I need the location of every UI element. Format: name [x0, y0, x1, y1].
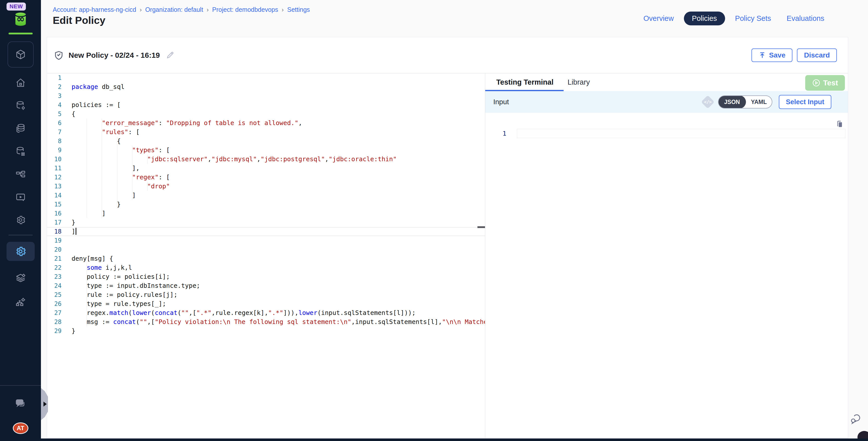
line-number[interactable]: 3: [47, 91, 62, 100]
line-number[interactable]: 5: [47, 109, 62, 119]
line-number[interactable]: 27: [47, 308, 62, 317]
code-line[interactable]: 28 msg := concat("",["Policy violation:\…: [47, 317, 485, 326]
code-line[interactable]: 8 {: [47, 137, 485, 146]
code-line[interactable]: 23 policy := policies[i];: [47, 272, 485, 281]
breadcrumb-organization[interactable]: Organization: default: [145, 6, 203, 13]
code-line[interactable]: 3: [47, 91, 485, 100]
code-line[interactable]: 26 type = rule.types[_];: [47, 300, 485, 308]
select-input-button[interactable]: Select Input: [779, 95, 831, 109]
line-content: some i,j,k,l: [71, 263, 485, 272]
breadcrumb-project[interactable]: Project: demodbdevops: [212, 6, 278, 13]
code-line[interactable]: 11 ],: [47, 164, 485, 173]
harness-dbdevops-logo[interactable]: ∞: [12, 11, 29, 27]
line-number[interactable]: 29: [47, 326, 62, 336]
line-number[interactable]: 25: [47, 290, 62, 300]
tab-evaluations[interactable]: Evaluations: [781, 12, 830, 25]
line-number[interactable]: 12: [47, 173, 62, 182]
code-line[interactable]: 5{: [47, 109, 485, 119]
code-line[interactable]: 27 regex.match(lower(concat("",[".*",rul…: [47, 308, 485, 317]
code-line[interactable]: 2package db_sql: [47, 83, 485, 91]
line-number[interactable]: 15: [47, 200, 62, 209]
rego-code-editor[interactable]: 12package db_sql34policies := [5{6 "erro…: [47, 73, 485, 438]
sidebar-item-settings-active[interactable]: [6, 242, 35, 261]
sidebar-item-db-schemas[interactable]: [15, 146, 26, 157]
code-line[interactable]: 13 "drop": [47, 182, 485, 191]
line-number[interactable]: 16: [47, 209, 62, 218]
line-number[interactable]: 9: [47, 146, 62, 155]
tab-overview[interactable]: Overview: [638, 12, 679, 25]
indent-guide: [87, 263, 87, 272]
code-line[interactable]: 6 "error_message": "Dropping of table is…: [47, 119, 485, 128]
play-circle-icon: [812, 78, 820, 87]
code-line[interactable]: 19: [47, 236, 485, 245]
line-content: "types": [: [71, 146, 485, 155]
copy-button[interactable]: [835, 119, 844, 128]
tab-library[interactable]: Library: [568, 78, 590, 86]
sidebar-item-library-settings[interactable]: [15, 273, 26, 284]
code-line[interactable]: 10 "jdbc:sqlserver","jdbc:mysql","jdbc:p…: [47, 155, 485, 164]
sidebar-item-help[interactable]: ?: [15, 398, 26, 409]
code-line[interactable]: 4policies := [: [47, 100, 485, 109]
toggle-yaml[interactable]: YAML: [746, 95, 772, 108]
module-switcher-button[interactable]: [7, 41, 34, 68]
line-number[interactable]: 24: [47, 281, 62, 290]
breadcrumb-settings[interactable]: Settings: [287, 6, 310, 13]
line-number[interactable]: 18: [47, 227, 62, 236]
test-button[interactable]: Test: [805, 75, 845, 91]
code-line[interactable]: 1: [47, 73, 485, 83]
line-number[interactable]: 11: [47, 164, 62, 173]
line-number[interactable]: 7: [47, 128, 62, 137]
tab-policies[interactable]: Policies: [684, 11, 725, 25]
active-tab-underline: [485, 90, 564, 91]
code-line[interactable]: 18]: [47, 227, 485, 236]
line-number[interactable]: 28: [47, 317, 62, 326]
code-line[interactable]: 20: [47, 245, 485, 254]
line-number[interactable]: 23: [47, 272, 62, 281]
test-input-editor[interactable]: 1: [485, 113, 848, 438]
code-line[interactable]: 29}: [47, 326, 485, 336]
line-number[interactable]: 21: [47, 254, 62, 263]
code-line[interactable]: 17}: [47, 218, 485, 227]
sidebar-item-pipelines[interactable]: [15, 169, 26, 180]
line-number[interactable]: 17: [47, 218, 62, 227]
line-number[interactable]: 14: [47, 191, 62, 200]
tab-policy-sets[interactable]: Policy Sets: [730, 12, 777, 25]
code-line[interactable]: 24 type := input.dbInstance.type;: [47, 281, 485, 290]
line-number[interactable]: 13: [47, 182, 62, 191]
code-line[interactable]: 21deny[msg] {: [47, 254, 485, 263]
support-chat-button[interactable]: [849, 413, 862, 426]
sidebar-item-databases[interactable]: [15, 123, 26, 134]
sidebar-item-config-gear[interactable]: [15, 215, 26, 225]
code-line[interactable]: 14 ]: [47, 191, 485, 200]
line-number[interactable]: 20: [47, 245, 62, 254]
line-number[interactable]: 2: [47, 83, 62, 91]
sidebar-item-executions[interactable]: [15, 192, 26, 202]
edit-name-button[interactable]: [165, 51, 175, 60]
code-line[interactable]: 12 "regex": [: [47, 173, 485, 182]
discard-button[interactable]: Discard: [797, 49, 837, 62]
line-number[interactable]: 10: [47, 155, 62, 164]
input-current-line[interactable]: [517, 129, 845, 138]
sidebar-item-org-settings[interactable]: [15, 296, 26, 308]
code-line[interactable]: 9 "types": [: [47, 146, 485, 155]
line-number[interactable]: 22: [47, 263, 62, 272]
code-line[interactable]: 25 rule := policy.rules[j];: [47, 290, 485, 300]
user-avatar[interactable]: AT: [13, 422, 28, 434]
code-line[interactable]: 15 }: [47, 200, 485, 209]
sidebar-item-db-setup[interactable]: [15, 100, 26, 111]
tab-testing-terminal[interactable]: Testing Terminal: [496, 78, 554, 86]
breadcrumb-account[interactable]: Account: app-harness-ng-cicd: [53, 6, 136, 13]
line-number[interactable]: 1: [47, 73, 62, 83]
line-number[interactable]: 8: [47, 137, 62, 146]
code-line[interactable]: 22 some i,j,k,l: [47, 263, 485, 272]
indent-guide: [132, 164, 132, 173]
toggle-json[interactable]: JSON: [718, 95, 746, 108]
line-number[interactable]: 6: [47, 119, 62, 128]
save-button[interactable]: Save: [751, 49, 793, 62]
line-number[interactable]: 19: [47, 236, 62, 245]
code-line[interactable]: 16 ]: [47, 209, 485, 218]
line-number[interactable]: 4: [47, 100, 62, 109]
sidebar-item-home[interactable]: [15, 77, 26, 88]
code-line[interactable]: 7 "rules": [: [47, 128, 485, 137]
line-number[interactable]: 26: [47, 300, 62, 308]
